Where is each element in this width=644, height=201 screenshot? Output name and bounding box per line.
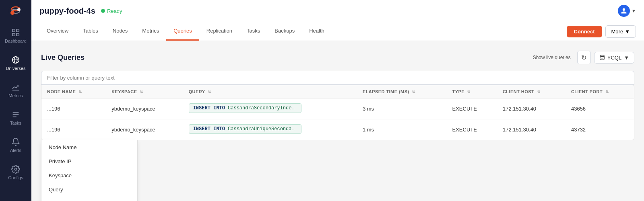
tab-replication[interactable]: Replication [199, 22, 239, 41]
status-dot [101, 9, 105, 13]
refresh-icon: ↻ [581, 54, 586, 62]
connect-button[interactable]: Connect [567, 26, 602, 37]
cell-type: EXECUTE [446, 119, 497, 140]
user-dropdown-icon[interactable]: ▼ [632, 8, 636, 13]
svg-rect-6 [17, 29, 19, 32]
sidebar-item-tasks-label: Tasks [10, 121, 21, 125]
more-button[interactable]: More ▼ [605, 25, 636, 38]
svg-rect-5 [12, 29, 15, 32]
sidebar-item-configs-label: Configs [8, 175, 23, 180]
table-body: ...196 ybdemo_keyspace INSERT INTO Cassa… [41, 98, 634, 140]
svg-point-16 [14, 168, 17, 170]
query-table: CassandraUniqueSecondaryIndex [228, 126, 301, 132]
cell-client-port: 43732 [566, 119, 634, 140]
cell-keyspace: ybdemo_keyspace [106, 98, 183, 119]
ycql-label: YCQL [607, 55, 621, 61]
svg-point-3 [10, 11, 14, 15]
filter-section: Node Name Private IP Keyspace Query Elap… [41, 71, 634, 140]
tab-tables[interactable]: Tables [76, 22, 105, 41]
dropdown-item-query[interactable]: Query [41, 183, 137, 197]
filter-dropdown: Node Name Private IP Keyspace Query Elap… [41, 140, 138, 201]
sort-icon-elapsed: ⇅ [412, 90, 415, 94]
tab-tasks[interactable]: Tasks [239, 22, 267, 41]
sidebar: Dashboard Universes Metrics Tasks [0, 0, 31, 201]
sort-icon-keyspace: ⇅ [140, 90, 143, 94]
universe-title: puppy-food-4s [39, 6, 95, 16]
cell-node-name: ...196 [41, 119, 106, 140]
cell-type: EXECUTE [446, 98, 497, 119]
cell-query: INSERT INTO CassandraSecondaryIndex (k, … [183, 98, 357, 119]
refresh-button[interactable]: ↻ [577, 51, 591, 64]
sort-icon-node: ⇅ [78, 90, 82, 94]
ycql-chevron-icon: ▼ [624, 55, 629, 61]
sidebar-item-metrics-label: Metrics [8, 93, 23, 98]
show-live-label: Show live queries [533, 55, 571, 60]
tab-metrics[interactable]: Metrics [135, 22, 166, 41]
svg-rect-7 [12, 33, 15, 36]
cell-node-name: ...196 [41, 98, 106, 119]
section-title: Live Queries [41, 53, 85, 62]
queries-table-wrap: NODE NAME ⇅ KEYSPACE ⇅ QUERY ⇅ ELAPSED T… [41, 85, 634, 140]
status-badge: Ready [101, 8, 122, 14]
query-keyword: INSERT INTO [193, 126, 225, 132]
col-type[interactable]: TYPE ⇅ [446, 85, 497, 98]
sort-icon-client-host: ⇅ [537, 90, 540, 94]
tab-nodes[interactable]: Nodes [105, 22, 135, 41]
content-area: Live Queries Show live queries ↻ YCQL ▼ [31, 41, 644, 201]
table-row: ...196 ybdemo_keyspace INSERT INTO Cassa… [41, 98, 634, 119]
cell-client-host: 172.151.30.40 [497, 98, 566, 119]
query-rest: (k, v) VALUES … [297, 105, 301, 111]
dropdown-item-elapsed-time[interactable]: Elapsed Time [41, 197, 137, 201]
logo[interactable] [0, 0, 31, 22]
col-keyspace[interactable]: KEYSPACE ⇅ [106, 85, 183, 98]
queries-table: NODE NAME ⇅ KEYSPACE ⇅ QUERY ⇅ ELAPSED T… [41, 85, 634, 140]
query-table: CassandraSecondaryIndex [228, 105, 295, 111]
db-icon [599, 55, 605, 60]
sidebar-item-configs[interactable]: Configs [0, 159, 31, 186]
sort-icon-query: ⇅ [208, 90, 211, 94]
cell-elapsed-time: 3 ms [357, 98, 447, 119]
section-header-right: Show live queries ↻ YCQL ▼ [533, 51, 634, 64]
ycql-button[interactable]: YCQL ▼ [594, 52, 634, 64]
tab-health[interactable]: Health [302, 22, 332, 41]
cell-query: INSERT INTO CassandraUniqueSecondaryInde… [183, 119, 357, 140]
more-chevron-icon: ▼ [625, 29, 630, 35]
sidebar-item-alerts[interactable]: Alerts [0, 131, 31, 159]
svg-point-4 [17, 8, 21, 11]
query-badge[interactable]: INSERT INTO CassandraSecondaryIndex (k, … [189, 103, 301, 113]
col-client-host[interactable]: CLIENT HOST ⇅ [497, 85, 566, 98]
nav-tabs: Overview Tables Nodes Metrics Queries Re… [31, 22, 567, 41]
dropdown-item-private-ip[interactable]: Private IP [41, 154, 137, 168]
sidebar-item-tasks[interactable]: Tasks [0, 104, 31, 131]
filter-input[interactable] [41, 71, 634, 85]
query-badge[interactable]: INSERT INTO CassandraUniqueSecondaryInde… [189, 124, 301, 134]
cell-client-host: 172.151.30.40 [497, 119, 566, 140]
sidebar-item-alerts-label: Alerts [10, 148, 21, 153]
header-actions: ▼ [618, 5, 636, 17]
status-text: Ready [107, 8, 122, 14]
sidebar-item-universes[interactable]: Universes [0, 49, 31, 77]
cell-client-port: 43656 [566, 98, 634, 119]
svg-rect-8 [17, 33, 19, 36]
user-avatar[interactable] [618, 5, 630, 17]
tab-backups[interactable]: Backups [267, 22, 302, 41]
sidebar-item-universes-label: Universes [6, 66, 26, 71]
col-node-name[interactable]: NODE NAME ⇅ [41, 85, 106, 98]
tab-queries[interactable]: Queries [166, 22, 199, 41]
svg-point-17 [600, 55, 604, 57]
dropdown-item-node-name[interactable]: Node Name [41, 140, 137, 154]
query-keyword: INSERT INTO [193, 105, 225, 111]
section-header: Live Queries Show live queries ↻ YCQL ▼ [41, 51, 634, 64]
tab-overview[interactable]: Overview [39, 22, 76, 41]
col-query[interactable]: QUERY ⇅ [183, 85, 357, 98]
cell-keyspace: ybdemo_keyspace [106, 119, 183, 140]
sidebar-item-metrics[interactable]: Metrics [0, 77, 31, 104]
col-elapsed-time[interactable]: ELAPSED TIME (MS) ⇅ [357, 85, 447, 98]
table-row: ...196 ybdemo_keyspace INSERT INTO Cassa… [41, 119, 634, 140]
cell-elapsed-time: 1 ms [357, 119, 447, 140]
dropdown-item-keyspace[interactable]: Keyspace [41, 168, 137, 183]
sort-icon-client-port: ⇅ [605, 90, 609, 94]
sort-icon-type: ⇅ [467, 90, 470, 94]
sidebar-item-dashboard[interactable]: Dashboard [0, 22, 31, 49]
col-client-port[interactable]: CLIENT PORT ⇅ [566, 85, 634, 98]
